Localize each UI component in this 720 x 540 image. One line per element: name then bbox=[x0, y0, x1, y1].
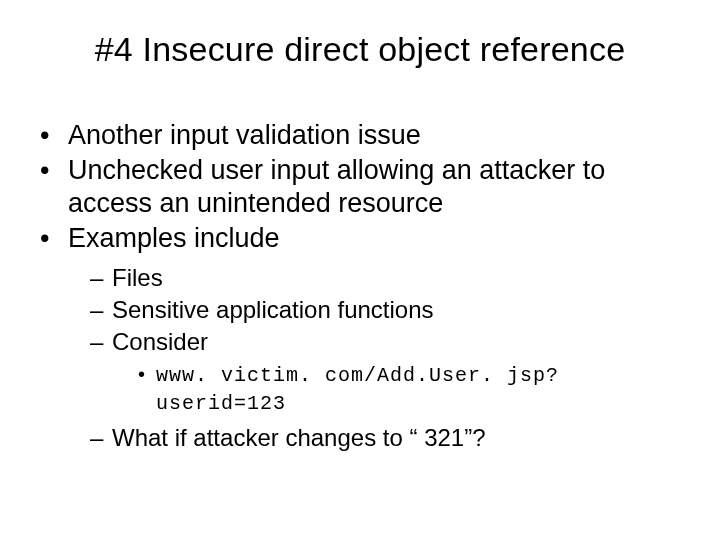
bullet-text: Examples include bbox=[68, 223, 280, 253]
sub-bullet-text: Consider bbox=[112, 328, 208, 355]
sub-bullet-item: Sensitive application functions bbox=[90, 295, 690, 325]
sub-sub-bullet-list: www. victim. com/Add.User. jsp? userid=1… bbox=[112, 361, 690, 417]
slide-title: #4 Insecure direct object reference bbox=[30, 30, 690, 69]
bullet-list: Another input validation issue Unchecked… bbox=[30, 119, 690, 453]
bullet-item: Another input validation issue bbox=[40, 119, 690, 152]
sub-bullet-list: Files Sensitive application functions Co… bbox=[68, 263, 690, 453]
bullet-item: Unchecked user input allowing an attacke… bbox=[40, 154, 690, 220]
slide: #4 Insecure direct object reference Anot… bbox=[0, 0, 720, 540]
bullet-item: Examples include Files Sensitive applica… bbox=[40, 222, 690, 453]
bullet-text: Unchecked user input allowing an attacke… bbox=[68, 155, 605, 218]
sub-bullet-text: Sensitive application functions bbox=[112, 296, 434, 323]
code-bullet-item: www. victim. com/Add.User. jsp? userid=1… bbox=[138, 361, 690, 417]
sub-bullet-item: Files bbox=[90, 263, 690, 293]
sub-bullet-text: What if attacker changes to “ 321”? bbox=[112, 424, 486, 451]
sub-bullet-text: Files bbox=[112, 264, 163, 291]
bullet-text: Another input validation issue bbox=[68, 120, 421, 150]
code-text: www. victim. com/Add.User. jsp? userid=1… bbox=[156, 364, 559, 415]
sub-bullet-item: Consider www. victim. com/Add.User. jsp?… bbox=[90, 327, 690, 417]
sub-bullet-item: What if attacker changes to “ 321”? bbox=[90, 423, 690, 453]
